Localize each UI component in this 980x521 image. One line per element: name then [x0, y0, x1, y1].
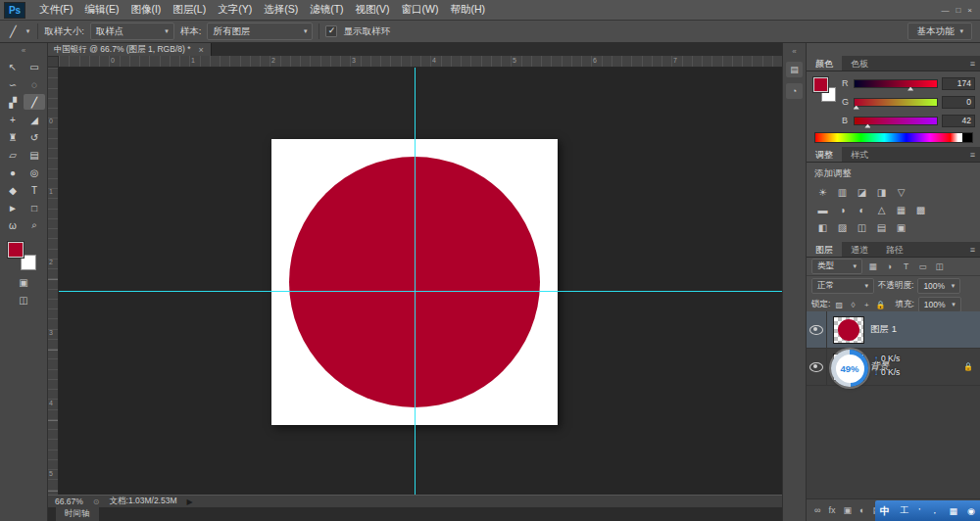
brush-tool[interactable]: ◢ [24, 112, 45, 127]
panel-menu-icon[interactable]: ≡ [964, 56, 980, 71]
exposure-icon[interactable]: ◨ [873, 185, 890, 199]
color-spectrum-bar[interactable] [814, 132, 973, 143]
history-brush-tool[interactable]: ↺ [24, 129, 45, 145]
tab-channels[interactable]: 通道 [842, 242, 877, 257]
channel-mixer-icon[interactable]: ▦ [893, 203, 909, 216]
blend-mode-dropdown[interactable]: 正常 ▾ [811, 278, 874, 294]
visibility-well[interactable] [807, 311, 827, 348]
hand-tool[interactable]: ω [2, 217, 24, 233]
rectangular-marquee-tool[interactable]: ▭ [24, 59, 45, 74]
slider-marker-icon[interactable] [854, 106, 859, 110]
adjustment-layer-icon[interactable]: ◐ [859, 505, 864, 515]
taskbar-icon[interactable]: ’ [918, 506, 920, 516]
layer-thumbnail[interactable] [833, 316, 864, 344]
zoom-tool[interactable]: ⌕ [24, 217, 45, 233]
dodge-tool[interactable]: ◎ [24, 165, 45, 180]
ruler-left[interactable]: 0 1 2 3 4 5 [47, 68, 59, 495]
color-balance-icon[interactable]: ◑ [834, 203, 851, 216]
tab-color[interactable]: 颜色 [807, 56, 842, 71]
toolbar-collapse-icon[interactable]: « [0, 43, 47, 56]
close-tab-icon[interactable]: × [198, 45, 203, 55]
pen-tool[interactable]: ◆ [2, 182, 24, 198]
threshold-icon[interactable]: ◫ [854, 220, 870, 234]
restore-icon[interactable]: □ [956, 6, 960, 15]
filter-pixel-layers-icon[interactable]: ▦ [866, 261, 879, 271]
slider-marker-icon[interactable] [864, 124, 870, 128]
canvas-area[interactable] [59, 68, 782, 495]
panel-menu-icon[interactable]: ≡ [964, 242, 980, 257]
taskbar-icon[interactable]: ， [930, 504, 939, 517]
levels-icon[interactable]: ▥ [834, 185, 851, 199]
foreground-color-swatch[interactable] [8, 242, 24, 258]
horizontal-guide[interactable] [59, 291, 782, 292]
zoom-level-field[interactable]: 66.67% [55, 497, 83, 506]
timeline-tab[interactable]: 时间轴 [56, 507, 99, 521]
red-channel-slider[interactable] [854, 79, 938, 88]
filter-shape-layers-icon[interactable]: ▭ [916, 261, 929, 271]
close-icon[interactable]: × [967, 6, 972, 15]
eraser-tool[interactable]: ▱ [2, 147, 24, 163]
layer-row-layer1[interactable]: 图层 1 [807, 311, 980, 349]
tab-swatches[interactable]: 色板 [842, 56, 877, 71]
minimize-icon[interactable]: — [941, 6, 949, 15]
spot-healing-brush-tool[interactable]: + [2, 112, 24, 127]
layer-name[interactable]: 图层 1 [870, 323, 897, 336]
filter-adjustment-layers-icon[interactable]: ◑ [883, 261, 896, 271]
taskbar-icon[interactable]: ◉ [967, 506, 975, 516]
link-layers-icon[interactable]: ∞ [814, 505, 820, 515]
sample-size-dropdown[interactable]: 取样点 ▾ [90, 23, 174, 40]
menu-image[interactable]: 图像(I) [124, 0, 167, 20]
foreground-color-swatch[interactable] [813, 77, 828, 92]
quick-selection-tool[interactable]: ◌ [24, 76, 45, 92]
lasso-tool[interactable]: ∽ [2, 76, 24, 92]
filter-smart-object-icon[interactable]: ◫ [933, 261, 946, 271]
expand-panels-icon[interactable]: « [792, 47, 796, 56]
blur-tool[interactable]: ● [2, 165, 24, 180]
green-channel-slider[interactable] [854, 98, 938, 107]
menu-file[interactable]: 文件(F) [33, 0, 78, 20]
gradient-map-icon[interactable]: ▤ [873, 220, 890, 234]
green-value-field[interactable]: 0 [942, 96, 975, 109]
path-selection-tool[interactable]: ► [2, 200, 24, 215]
menu-layer[interactable]: 图层(L) [167, 0, 212, 20]
curves-icon[interactable]: ◪ [854, 185, 870, 199]
layer-style-icon[interactable]: fx [828, 505, 835, 515]
network-speed-overlay[interactable]: ↑ 0 K/s ↓ 0 K/s [874, 354, 900, 377]
sample-dropdown[interactable]: 所有图层 ▾ [207, 23, 313, 40]
menu-type[interactable]: 文字(Y) [212, 0, 258, 20]
photo-filter-icon[interactable]: △ [873, 203, 890, 216]
filter-type-layers-icon[interactable]: T [900, 261, 912, 271]
posterize-icon[interactable]: ▨ [834, 220, 851, 234]
screen-mode-icon[interactable]: ◫ [19, 295, 27, 306]
selective-color-icon[interactable]: ▣ [893, 220, 909, 234]
history-panel-icon[interactable]: ▤ [786, 62, 803, 77]
menu-help[interactable]: 帮助(H) [445, 0, 492, 20]
brightness-contrast-icon[interactable]: ☀ [814, 185, 831, 199]
black-white-icon[interactable]: ◐ [854, 203, 870, 216]
panel-menu-icon[interactable]: ≡ [964, 147, 980, 162]
slider-marker-icon[interactable] [907, 87, 913, 91]
gradient-tool[interactable]: ▤ [24, 147, 45, 163]
lock-position-icon[interactable]: + [861, 301, 871, 309]
menu-window[interactable]: 窗口(W) [396, 0, 445, 20]
tab-paths[interactable]: 路径 [877, 242, 912, 257]
red-value-field[interactable]: 174 [942, 77, 975, 90]
menu-filter[interactable]: 滤镜(T) [304, 0, 349, 20]
status-flyout-arrow[interactable]: ▶ [187, 497, 193, 506]
workspace-switcher[interactable]: 基本功能 ▾ [907, 23, 972, 40]
vibrance-icon[interactable]: ▽ [893, 185, 909, 199]
invert-icon[interactable]: ◧ [814, 220, 831, 234]
menu-view[interactable]: 视图(V) [350, 0, 396, 20]
eyedropper-tool-preset[interactable]: ╱ ▾ [8, 25, 31, 38]
quick-mask-icon[interactable]: ▣ [19, 277, 27, 288]
vertical-guide[interactable] [415, 68, 416, 495]
properties-panel-icon[interactable]: ◔ [786, 83, 803, 99]
taskbar-icon[interactable]: ▦ [949, 506, 957, 516]
taskbar-icon[interactable]: 工 [900, 504, 908, 517]
tab-styles[interactable]: 样式 [842, 147, 877, 162]
ruler-top[interactable]: 0 1 2 3 4 5 6 7 [59, 56, 782, 68]
eyedropper-tool[interactable]: ╱ [24, 94, 45, 110]
opacity-dropdown[interactable]: 100% ▾ [917, 278, 960, 294]
input-method-mode[interactable]: 中 [880, 504, 890, 518]
menu-edit[interactable]: 编辑(E) [78, 0, 124, 20]
